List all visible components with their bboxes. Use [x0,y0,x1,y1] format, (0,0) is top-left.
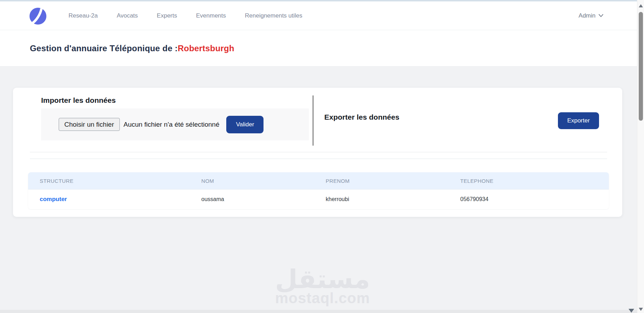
cell-telephone: 056790934 [449,189,609,209]
valider-button[interactable]: Valider [226,116,264,133]
watermark-latin: mostaql.com [275,290,370,307]
divider-line-1 [30,152,607,152]
watermark-arabic: مستقل [275,266,370,292]
import-section-heading: Importer les données [41,96,116,105]
horizontal-scrollbar-track[interactable] [0,310,637,313]
mostaql-watermark: مستقل mostaql.com [275,266,370,307]
cell-nom: oussama [190,189,314,209]
brand-logo-icon[interactable] [28,6,48,26]
page-title-city: Robertsburgh [178,44,234,53]
scroll-corner-arrow-icon[interactable] [629,309,634,313]
table-header-row: STRUCTURE NOM PRENOM TELEPHONE [28,172,609,189]
col-header-prenom: PRENOM [314,172,449,189]
import-export-card: Importer les données Choisir un fichier … [13,88,622,217]
directory-table: STRUCTURE NOM PRENOM TELEPHONE computer … [28,172,609,209]
col-header-structure: STRUCTURE [28,172,190,189]
page-title: Gestion d'annuaire Téléponique de :Rober… [30,44,234,53]
admin-dropdown-label: Admin [579,12,596,19]
cell-prenom: kherroubi [314,189,449,209]
exporter-button[interactable]: Exporter [558,112,599,129]
nav-item-evenments[interactable]: Evenments [196,12,226,19]
page-header-band: Gestion d'annuaire Téléponique de :Rober… [0,30,644,67]
vertical-scrollbar[interactable] [637,0,644,313]
col-header-nom: NOM [190,172,314,189]
scroll-down-arrow-icon[interactable] [639,308,643,311]
table-row: computer oussama kherroubi 056790934 [28,189,609,209]
scroll-up-arrow-icon[interactable] [639,4,643,7]
navbar: Reseau-2a Avocats Experts Evenments Rene… [0,1,644,30]
admin-dropdown[interactable]: Admin [579,12,603,19]
nav-item-renseignements[interactable]: Reneignements utiles [245,12,302,19]
nav-menu: Reseau-2a Avocats Experts Evenments Rene… [69,12,303,19]
nav-item-reseau[interactable]: Reseau-2a [69,12,98,19]
nav-item-experts[interactable]: Experts [157,12,177,19]
structure-link[interactable]: computer [40,196,67,202]
vertical-divider [313,95,313,146]
file-upload-area: Choisir un fichier Aucun fichier n'a été… [41,108,309,140]
divider-line-2 [30,159,607,159]
export-section-heading: Exporter les données [324,113,399,121]
chevron-down-icon [599,14,603,17]
col-header-telephone: TELEPHONE [449,172,609,189]
choose-file-button[interactable]: Choisir un fichier [59,118,120,131]
scrollbar-thumb[interactable] [639,12,643,121]
file-status-text: Aucun fichier n'a été sélectionné [124,121,220,128]
nav-item-avocats[interactable]: Avocats [117,12,138,19]
page-title-prefix: Gestion d'annuaire Téléponique de : [30,44,178,53]
